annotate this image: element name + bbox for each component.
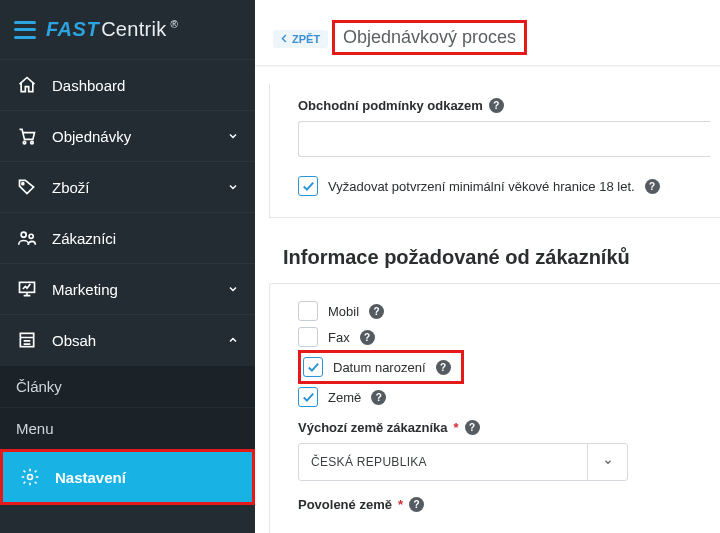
sidebar-item-label: Zákazníci: [52, 230, 239, 247]
svg-point-1: [31, 141, 34, 144]
gear-icon: [19, 467, 41, 487]
svg-point-7: [28, 475, 33, 480]
back-button[interactable]: ZPĚT: [273, 30, 328, 48]
help-icon[interactable]: ?: [369, 304, 384, 319]
nav: Dashboard Objednávky Zboží Zákazníci: [0, 59, 255, 505]
terms-label-row: Obchodní podmínky odkazem ?: [298, 98, 710, 113]
help-icon[interactable]: ?: [489, 98, 504, 113]
panel-terms: Obchodní podmínky odkazem ? Vyžadovat po…: [269, 84, 720, 218]
sidebar-item-label: Objednávky: [52, 128, 227, 145]
panel-customer-info: Mobil ? Fax ? Datum narození ?: [269, 283, 720, 533]
logo: FAST Centrik ®: [46, 18, 176, 41]
checkbox-fax[interactable]: [298, 327, 318, 347]
allowed-countries-label: Povolené země: [298, 497, 392, 512]
page-title: Objednávkový proces: [335, 23, 524, 52]
zeme-row[interactable]: Země ?: [298, 384, 710, 410]
chevron-down-icon: [227, 130, 239, 142]
sidebar-item-marketing[interactable]: Marketing: [0, 263, 255, 314]
check-icon: [302, 181, 315, 192]
sidebar-item-obsah[interactable]: Obsah: [0, 314, 255, 365]
terms-label: Obchodní podmínky odkazem: [298, 98, 483, 113]
help-icon[interactable]: ?: [409, 497, 424, 512]
age-confirm-row[interactable]: Vyžadovat potvrzení minimální věkové hra…: [298, 173, 710, 199]
dob-label: Datum narození: [333, 360, 426, 375]
checkbox-age-confirm[interactable]: [298, 176, 318, 196]
help-icon[interactable]: ?: [465, 420, 480, 435]
check-icon: [302, 392, 315, 403]
chevron-down-icon: [602, 457, 614, 467]
default-country-label-row: Výchozí země zákazníka * ?: [298, 420, 710, 435]
svg-point-2: [22, 183, 24, 185]
chevron-down-icon: [227, 283, 239, 295]
help-icon[interactable]: ?: [645, 179, 660, 194]
sidebar-sub-menu[interactable]: Menu: [0, 407, 255, 449]
logo-centrik: Centrik: [101, 18, 166, 41]
sidebar-item-label: Marketing: [52, 281, 227, 298]
logo-fast: FAST: [46, 18, 99, 41]
home-icon: [16, 75, 38, 95]
help-icon[interactable]: ?: [360, 330, 375, 345]
sidebar-item-label: Obsah: [52, 332, 227, 349]
presentation-icon: [16, 279, 38, 299]
sidebar-item-dashboard[interactable]: Dashboard: [0, 59, 255, 110]
sidebar-item-objednavky[interactable]: Objednávky: [0, 110, 255, 161]
logo-reg: ®: [171, 19, 178, 30]
help-icon[interactable]: ?: [371, 390, 386, 405]
sidebar-item-label: Nastavení: [55, 469, 236, 486]
default-country-select[interactable]: ČESKÁ REPUBLIKA: [298, 443, 628, 481]
sidebar: FAST Centrik ® Dashboard Objednávky Zbož…: [0, 0, 255, 533]
select-dropdown-button[interactable]: [587, 444, 627, 480]
mobil-label: Mobil: [328, 304, 359, 319]
tag-icon: [16, 177, 38, 197]
sidebar-item-label: Menu: [16, 420, 239, 437]
sidebar-item-zbozi[interactable]: Zboží: [0, 161, 255, 212]
fax-row[interactable]: Fax ?: [298, 324, 710, 350]
default-country-label: Výchozí země zákazníka: [298, 420, 448, 435]
chevron-left-icon: [281, 34, 288, 43]
fax-label: Fax: [328, 330, 350, 345]
page-title-highlight: Objednávkový proces: [332, 20, 527, 55]
cart-icon: [16, 126, 38, 146]
allowed-countries-label-row: Povolené země * ?: [298, 497, 710, 512]
required-star: *: [398, 497, 403, 512]
dob-highlight: Datum narození ?: [298, 350, 464, 384]
top-area: ZPĚT Objednávkový proces: [255, 0, 720, 66]
sidebar-sub-nastaveni[interactable]: Nastavení: [0, 449, 255, 505]
mobil-row[interactable]: Mobil ?: [298, 298, 710, 324]
users-icon: [16, 228, 38, 248]
hamburger-icon[interactable]: [14, 21, 36, 39]
svg-point-0: [23, 141, 26, 144]
svg-point-3: [21, 232, 26, 237]
sidebar-header: FAST Centrik ®: [0, 0, 255, 59]
section-heading: Informace požadované od zákazníků: [269, 232, 720, 275]
content-icon: [16, 330, 38, 350]
sidebar-item-label: Zboží: [52, 179, 227, 196]
zeme-label: Země: [328, 390, 361, 405]
checkbox-dob[interactable]: [303, 357, 323, 377]
checkbox-zeme[interactable]: [298, 387, 318, 407]
svg-point-4: [29, 234, 33, 238]
sidebar-item-label: Dashboard: [52, 77, 239, 94]
sidebar-sub-clanky[interactable]: Články: [0, 365, 255, 407]
main: ZPĚT Objednávkový proces Obchodní podmín…: [255, 0, 720, 533]
check-icon: [307, 362, 320, 373]
content: Obchodní podmínky odkazem ? Vyžadovat po…: [255, 66, 720, 533]
help-icon[interactable]: ?: [436, 360, 451, 375]
sidebar-item-zakaznici[interactable]: Zákazníci: [0, 212, 255, 263]
chevron-down-icon: [227, 181, 239, 193]
required-star: *: [454, 420, 459, 435]
terms-input[interactable]: [298, 121, 710, 157]
sidebar-item-label: Články: [16, 378, 239, 395]
default-country-value: ČESKÁ REPUBLIKA: [299, 455, 587, 469]
checkbox-mobil[interactable]: [298, 301, 318, 321]
back-label: ZPĚT: [292, 33, 320, 45]
chevron-up-icon: [227, 334, 239, 346]
dob-row[interactable]: Datum narození ?: [301, 355, 455, 379]
age-confirm-label: Vyžadovat potvrzení minimální věkové hra…: [328, 179, 635, 194]
